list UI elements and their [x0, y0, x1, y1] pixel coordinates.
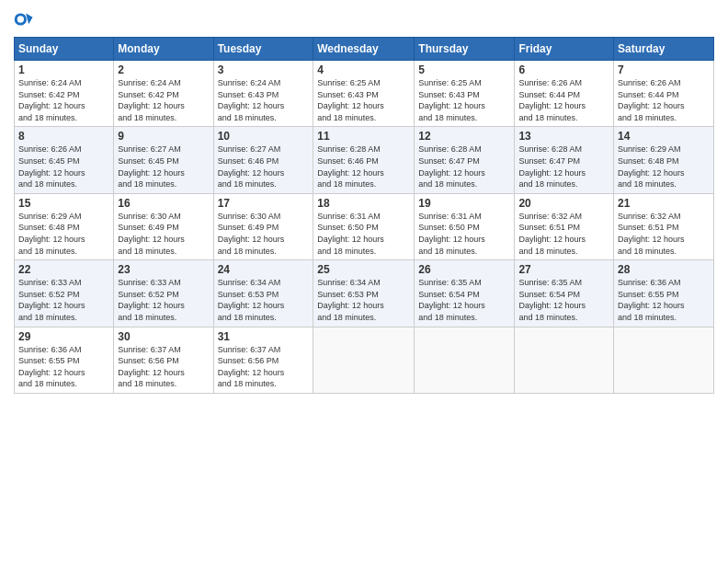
- calendar-cell: 27Sunrise: 6:35 AMSunset: 6:54 PMDayligh…: [515, 260, 614, 327]
- day-number: 8: [18, 130, 109, 143]
- calendar-cell: 30Sunrise: 6:37 AMSunset: 6:56 PMDayligh…: [114, 327, 213, 393]
- day-number: 14: [618, 130, 710, 143]
- day-info: Sunrise: 6:29 AMSunset: 6:48 PMDaylight:…: [618, 144, 710, 190]
- day-header-friday: Friday: [515, 38, 614, 61]
- day-info: Sunrise: 6:31 AMSunset: 6:50 PMDaylight:…: [418, 211, 510, 257]
- day-info: Sunrise: 6:25 AMSunset: 6:43 PMDaylight:…: [418, 77, 510, 123]
- day-number: 25: [317, 263, 410, 276]
- calendar-cell: 25Sunrise: 6:34 AMSunset: 6:53 PMDayligh…: [313, 260, 415, 327]
- calendar-cell: 13Sunrise: 6:28 AMSunset: 6:47 PMDayligh…: [515, 127, 614, 193]
- calendar-cell: 6Sunrise: 6:26 AMSunset: 6:44 PMDaylight…: [515, 61, 614, 127]
- day-number: 30: [118, 330, 209, 343]
- week-row-2: 8Sunrise: 6:26 AMSunset: 6:45 PMDaylight…: [15, 127, 714, 193]
- day-number: 13: [518, 130, 609, 143]
- day-info: Sunrise: 6:29 AMSunset: 6:48 PMDaylight:…: [18, 211, 109, 257]
- day-number: 15: [18, 197, 109, 210]
- day-number: 22: [18, 263, 109, 276]
- page: SundayMondayTuesdayWednesdayThursdayFrid…: [0, 0, 728, 563]
- calendar-cell: 20Sunrise: 6:32 AMSunset: 6:51 PMDayligh…: [515, 193, 614, 259]
- day-number: 3: [218, 63, 310, 76]
- header: [14, 9, 714, 29]
- calendar-header-row: SundayMondayTuesdayWednesdayThursdayFrid…: [15, 38, 714, 61]
- day-info: Sunrise: 6:28 AMSunset: 6:46 PMDaylight:…: [317, 144, 410, 190]
- calendar-cell: 2Sunrise: 6:24 AMSunset: 6:42 PMDaylight…: [114, 61, 213, 127]
- calendar-cell: 23Sunrise: 6:33 AMSunset: 6:52 PMDayligh…: [114, 260, 213, 327]
- week-row-3: 15Sunrise: 6:29 AMSunset: 6:48 PMDayligh…: [15, 193, 714, 259]
- day-number: 29: [18, 330, 109, 343]
- day-info: Sunrise: 6:32 AMSunset: 6:51 PMDaylight:…: [618, 211, 710, 257]
- day-number: 4: [317, 63, 410, 76]
- day-info: Sunrise: 6:26 AMSunset: 6:44 PMDaylight:…: [618, 77, 710, 123]
- calendar-cell: 3Sunrise: 6:24 AMSunset: 6:43 PMDaylight…: [213, 61, 313, 127]
- calendar-cell: 1Sunrise: 6:24 AMSunset: 6:42 PMDaylight…: [15, 61, 114, 127]
- day-number: 18: [317, 197, 410, 210]
- day-info: Sunrise: 6:31 AMSunset: 6:50 PMDaylight:…: [317, 211, 410, 257]
- logo-icon: [14, 9, 34, 29]
- day-number: 6: [518, 63, 609, 76]
- calendar-cell: [313, 327, 415, 393]
- day-info: Sunrise: 6:32 AMSunset: 6:51 PMDaylight:…: [518, 211, 609, 257]
- calendar-cell: 31Sunrise: 6:37 AMSunset: 6:56 PMDayligh…: [213, 327, 313, 393]
- calendar-cell: 17Sunrise: 6:30 AMSunset: 6:49 PMDayligh…: [213, 193, 313, 259]
- calendar-cell: 5Sunrise: 6:25 AMSunset: 6:43 PMDaylight…: [415, 61, 515, 127]
- calendar-cell: 12Sunrise: 6:28 AMSunset: 6:47 PMDayligh…: [415, 127, 515, 193]
- week-row-4: 22Sunrise: 6:33 AMSunset: 6:52 PMDayligh…: [15, 260, 714, 327]
- day-number: 12: [418, 130, 510, 143]
- calendar-cell: [614, 327, 714, 393]
- day-number: 11: [317, 130, 410, 143]
- calendar-body: 1Sunrise: 6:24 AMSunset: 6:42 PMDaylight…: [15, 61, 714, 394]
- day-info: Sunrise: 6:36 AMSunset: 6:55 PMDaylight:…: [618, 277, 710, 323]
- calendar-cell: 19Sunrise: 6:31 AMSunset: 6:50 PMDayligh…: [415, 193, 515, 259]
- day-info: Sunrise: 6:26 AMSunset: 6:45 PMDaylight:…: [18, 144, 109, 190]
- calendar-cell: 16Sunrise: 6:30 AMSunset: 6:49 PMDayligh…: [114, 193, 213, 259]
- calendar-cell: 24Sunrise: 6:34 AMSunset: 6:53 PMDayligh…: [213, 260, 313, 327]
- calendar-cell: 28Sunrise: 6:36 AMSunset: 6:55 PMDayligh…: [614, 260, 714, 327]
- week-row-1: 1Sunrise: 6:24 AMSunset: 6:42 PMDaylight…: [15, 61, 714, 127]
- day-number: 10: [218, 130, 310, 143]
- day-header-monday: Monday: [114, 38, 213, 61]
- day-info: Sunrise: 6:26 AMSunset: 6:44 PMDaylight:…: [518, 77, 609, 123]
- day-number: 26: [418, 263, 510, 276]
- calendar: SundayMondayTuesdayWednesdayThursdayFrid…: [14, 37, 714, 394]
- day-number: 5: [418, 63, 510, 76]
- calendar-cell: 9Sunrise: 6:27 AMSunset: 6:45 PMDaylight…: [114, 127, 213, 193]
- day-info: Sunrise: 6:24 AMSunset: 6:42 PMDaylight:…: [18, 77, 109, 123]
- svg-marker-2: [26, 13, 32, 24]
- calendar-cell: 8Sunrise: 6:26 AMSunset: 6:45 PMDaylight…: [15, 127, 114, 193]
- day-number: 23: [118, 263, 209, 276]
- calendar-cell: 14Sunrise: 6:29 AMSunset: 6:48 PMDayligh…: [614, 127, 714, 193]
- day-info: Sunrise: 6:37 AMSunset: 6:56 PMDaylight:…: [218, 344, 310, 390]
- day-number: 31: [218, 330, 310, 343]
- calendar-cell: 21Sunrise: 6:32 AMSunset: 6:51 PMDayligh…: [614, 193, 714, 259]
- day-number: 7: [618, 63, 710, 76]
- day-info: Sunrise: 6:24 AMSunset: 6:42 PMDaylight:…: [118, 77, 209, 123]
- calendar-cell: [515, 327, 614, 393]
- day-info: Sunrise: 6:33 AMSunset: 6:52 PMDaylight:…: [118, 277, 209, 323]
- calendar-cell: [415, 327, 515, 393]
- day-header-thursday: Thursday: [415, 38, 515, 61]
- day-number: 1: [18, 63, 109, 76]
- week-row-5: 29Sunrise: 6:36 AMSunset: 6:55 PMDayligh…: [15, 327, 714, 393]
- calendar-cell: 4Sunrise: 6:25 AMSunset: 6:43 PMDaylight…: [313, 61, 415, 127]
- calendar-cell: 26Sunrise: 6:35 AMSunset: 6:54 PMDayligh…: [415, 260, 515, 327]
- day-info: Sunrise: 6:30 AMSunset: 6:49 PMDaylight:…: [218, 211, 310, 257]
- day-info: Sunrise: 6:25 AMSunset: 6:43 PMDaylight:…: [317, 77, 410, 123]
- day-info: Sunrise: 6:30 AMSunset: 6:49 PMDaylight:…: [118, 211, 209, 257]
- calendar-cell: 29Sunrise: 6:36 AMSunset: 6:55 PMDayligh…: [15, 327, 114, 393]
- day-header-sunday: Sunday: [15, 38, 114, 61]
- day-number: 21: [618, 197, 710, 210]
- day-number: 20: [518, 197, 609, 210]
- day-number: 16: [118, 197, 209, 210]
- day-info: Sunrise: 6:27 AMSunset: 6:46 PMDaylight:…: [218, 144, 310, 190]
- day-info: Sunrise: 6:35 AMSunset: 6:54 PMDaylight:…: [518, 277, 609, 323]
- day-info: Sunrise: 6:28 AMSunset: 6:47 PMDaylight:…: [518, 144, 609, 190]
- day-info: Sunrise: 6:27 AMSunset: 6:45 PMDaylight:…: [118, 144, 209, 190]
- calendar-cell: 10Sunrise: 6:27 AMSunset: 6:46 PMDayligh…: [213, 127, 313, 193]
- day-info: Sunrise: 6:34 AMSunset: 6:53 PMDaylight:…: [218, 277, 310, 323]
- day-number: 17: [218, 197, 310, 210]
- day-info: Sunrise: 6:24 AMSunset: 6:43 PMDaylight:…: [218, 77, 310, 123]
- calendar-cell: 15Sunrise: 6:29 AMSunset: 6:48 PMDayligh…: [15, 193, 114, 259]
- day-number: 24: [218, 263, 310, 276]
- day-info: Sunrise: 6:33 AMSunset: 6:52 PMDaylight:…: [18, 277, 109, 323]
- day-number: 2: [118, 63, 209, 76]
